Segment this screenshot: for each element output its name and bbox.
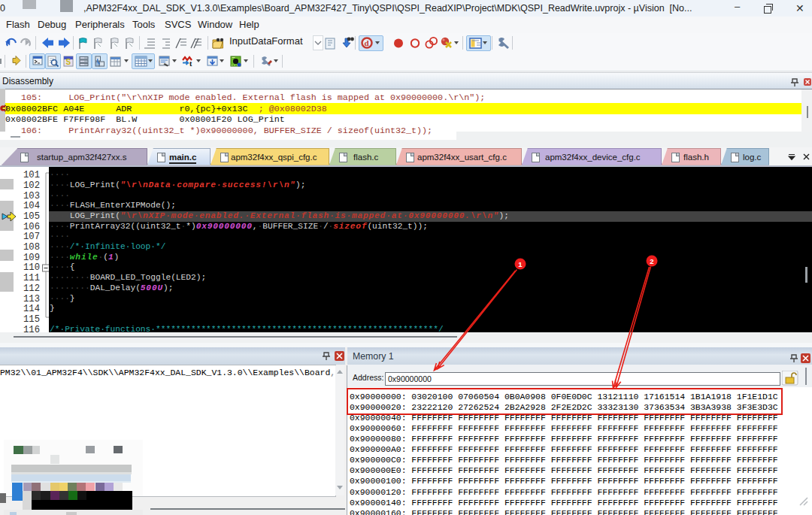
svg-text:S: S (66, 58, 71, 66)
svg-text:d: d (365, 38, 369, 47)
svg-text:t: t (189, 59, 192, 68)
